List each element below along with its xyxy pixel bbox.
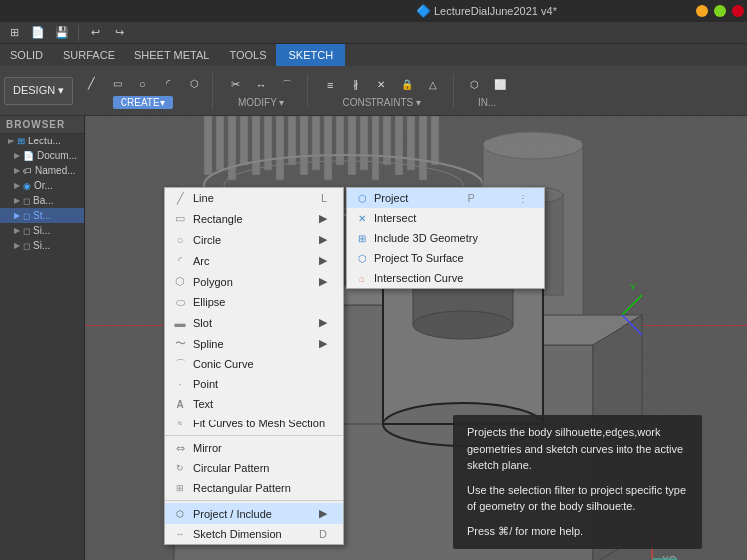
browser-item-7[interactable]: ▶ ◻ Si... [0,238,84,253]
svg-text:Y: Y [630,282,636,292]
new-btn[interactable]: 📄 [28,24,48,42]
dd-item-project-include[interactable]: ⬡ Project / Include ▶ [165,503,343,524]
browser-item-4[interactable]: ▶ ◻ Ba... [0,193,84,208]
perpendicular-btn[interactable]: ✕ [370,74,393,96]
line-icon: ╱ [173,191,187,205]
submenu-item-include3d[interactable]: ⊞ Include 3D Geometry [347,228,544,248]
browser-item-document[interactable]: ▶ 📄 Docum... [0,148,84,163]
line-btn[interactable]: ╱ [79,73,103,95]
menu-item-surface[interactable]: SURFACE [53,44,124,66]
minimize-btn[interactable] [696,5,708,17]
parallel-btn[interactable]: ∦ [344,74,368,96]
ellipse-icon: ⬭ [173,295,187,309]
dd-item-slot[interactable]: ▬ Slot ▶ [165,312,343,333]
close-btn[interactable] [732,5,744,17]
arc-btn[interactable]: ◜ [156,73,180,95]
title-icon: 🔷 [416,4,431,18]
constraints-label[interactable]: CONSTRAINTS ▾ [343,97,421,108]
svg-rect-12 [348,116,356,175]
design-dropdown[interactable]: DESIGN ▾ [4,77,73,105]
rectangular-pattern-icon: ⊞ [173,481,187,495]
browser-item-5[interactable]: ▶ ◻ St... [0,208,84,223]
dd-item-circle[interactable]: ○ Circle ▶ [165,229,343,250]
sub-menu: ⬡ Project P ⋮ ✕ Intersect ⊞ Include 3D G… [346,187,545,289]
menu-item-solid[interactable]: SOLID [0,44,53,66]
dd-item-polygon[interactable]: ⬡ Polygon ▶ [165,271,343,292]
dd-item-conic[interactable]: ⌒ Conic Curve [165,354,343,374]
redo-btn[interactable]: ↪ [109,24,128,42]
mirror-icon: ⇔ [173,441,187,455]
create-label[interactable]: CREATE▾ [113,96,173,109]
svg-rect-18 [419,116,427,180]
constraint-x-btn[interactable]: △ [421,74,445,96]
svg-rect-10 [324,116,332,180]
browser-item-6[interactable]: ▶ ◻ Si... [0,223,84,238]
tooltip-body2: Use the selection filter to project spec… [467,482,688,515]
polygon-btn[interactable]: ⬡ [182,73,206,95]
svg-rect-16 [395,116,403,175]
dd-item-sketch-dimension[interactable]: ↔ Sketch Dimension D [165,524,343,544]
dd-item-text[interactable]: A Text [165,394,343,414]
rect-btn[interactable]: ▭ [105,73,128,95]
circle-icon: ○ [173,233,187,247]
inspect2-btn[interactable]: ⬜ [488,74,512,96]
dd-item-line[interactable]: ╱ Line L [165,188,343,208]
coincident-btn[interactable]: ≡ [318,74,342,96]
svg-rect-8 [300,116,308,175]
inspect-section: ⬡ ⬜ IN... [456,74,518,108]
dd-item-fitcurves[interactable]: ≈ Fit Curves to Mesh Section [165,414,343,433]
dd-item-point[interactable]: · Point [165,374,343,394]
dd-item-ellipse[interactable]: ⬭ Ellipse [165,292,343,312]
svg-rect-4 [252,116,260,175]
submenu-intersect-icon: ✕ [355,211,369,225]
conic-icon: ⌒ [173,357,187,371]
dd-item-arc[interactable]: ◜ Arc ▶ [165,250,343,271]
submenu-project-icon: ⬡ [355,191,369,205]
grid-view-btn[interactable]: ⊞ [4,24,24,42]
submenu-include3d-icon: ⊞ [355,231,369,245]
browser-item-root[interactable]: ▶ ⊞ Lectu... [0,134,84,148]
top-toolbar: ⊞ 📄 💾 ↩ ↪ [0,22,747,44]
undo-btn[interactable]: ↩ [85,24,105,42]
menu-item-sketch[interactable]: SKETCH [276,44,345,66]
dd-item-rectangular-pattern[interactable]: ⊞ Rectangular Pattern [165,478,343,498]
svg-rect-5 [264,116,272,170]
submenu-item-intersect[interactable]: ✕ Intersect [347,208,544,228]
inspect-label[interactable]: IN... [478,97,496,108]
save-btn[interactable]: 💾 [52,24,72,42]
svg-line-41 [622,295,642,315]
dd-item-circular-pattern[interactable]: ↻ Circular Pattern [165,458,343,478]
browser-item-3[interactable]: ▶ ◉ Or... [0,178,84,193]
browser-item-named[interactable]: ▶ 🏷 Named... [0,163,84,178]
submenu-item-project[interactable]: ⬡ Project P ⋮ [347,188,544,208]
modify-label[interactable]: MODIFY ▾ [238,97,284,108]
dd-item-rectangle[interactable]: ▭ Rectangle ▶ [165,208,343,229]
tooltip-panel: Projects the body silhouette,edges,work … [453,415,702,549]
trim-btn[interactable]: ✂ [223,74,247,96]
fillet-btn[interactable]: ⌒ [275,74,299,96]
svg-rect-11 [336,116,344,165]
menu-bar: SOLID SURFACE SHEET METAL TOOLS SKETCH [0,44,747,66]
polygon-icon: ⬡ [173,275,187,289]
browser-panel: BROWSER ▶ ⊞ Lectu... ▶ 📄 Docum... ▶ 🏷 Na… [0,116,85,560]
submenu-item-intersectcurve[interactable]: ⌂ Intersection Curve [347,268,544,288]
constraints-section: ≡ ∦ ✕ 🔒 △ CONSTRAINTS ▾ [310,74,454,108]
project-include-icon: ⬡ [173,507,187,521]
canvas-area: Y XQ ╱ Line L ▭ Rectangle ▶ ○ Circle ▶ [85,116,747,560]
submenu-item-projsurface[interactable]: ⬡ Project To Surface [347,248,544,268]
dd-item-spline[interactable]: 〜 Spline ▶ [165,333,343,354]
svg-rect-1 [216,116,224,170]
circle-btn[interactable]: ○ [130,73,154,95]
extend-btn[interactable]: ↔ [249,74,273,96]
svg-rect-6 [276,116,284,180]
browser-header: BROWSER [0,116,84,134]
design-label: DESIGN ▾ [13,84,64,97]
lock-btn[interactable]: 🔒 [395,74,419,96]
maximize-btn[interactable] [714,5,726,17]
dd-item-mirror[interactable]: ⇔ Mirror [165,438,343,458]
menu-item-tools[interactable]: TOOLS [219,44,276,66]
arc-icon: ◜ [173,254,187,268]
svg-point-37 [413,311,513,339]
menu-item-sheetmetal[interactable]: SHEET METAL [124,44,219,66]
inspect-btn[interactable]: ⬡ [462,74,486,96]
